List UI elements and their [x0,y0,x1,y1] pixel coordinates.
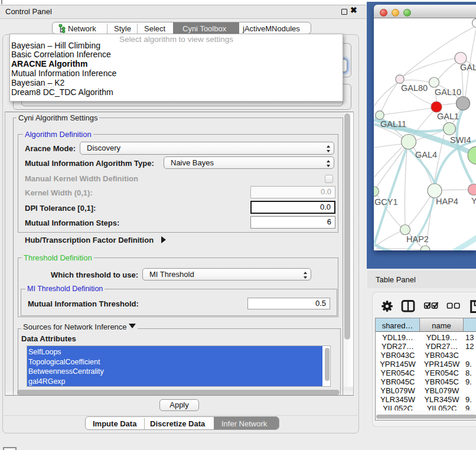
svg-text:HAP2: HAP2 [406,234,429,244]
svg-text:GAL4: GAL4 [415,150,437,159]
svg-text:GAL1: GAL1 [437,112,459,121]
svg-text:GCY1: GCY1 [374,197,398,207]
svg-text:SWI4: SWI4 [450,135,471,145]
svg-text:HAP4: HAP4 [436,197,458,206]
svg-text:GAL: GAL [460,63,476,72]
svg-text:YJ: YJ [471,196,476,206]
svg-text:GAL80: GAL80 [401,83,428,93]
svg-text:GAL10: GAL10 [435,87,461,97]
svg-text:GAL11: GAL11 [380,119,406,129]
